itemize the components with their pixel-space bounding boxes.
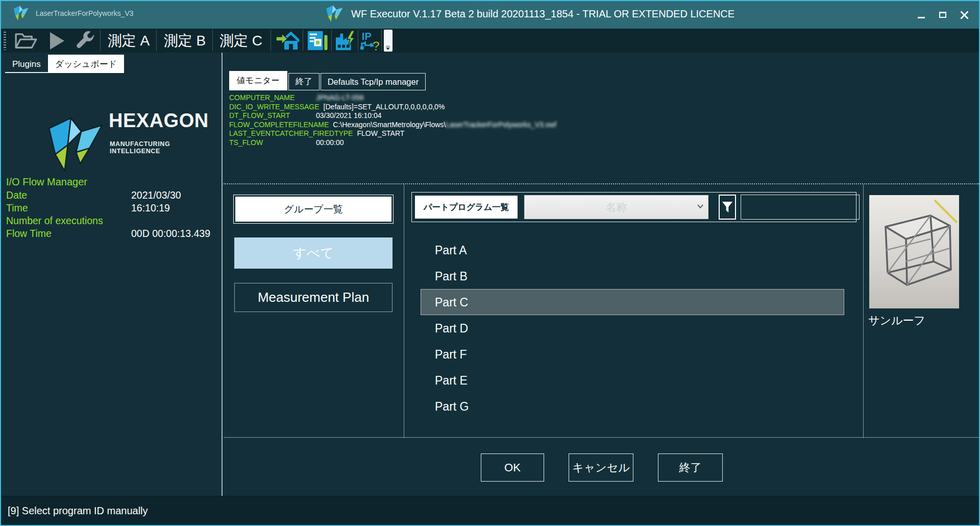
home-button[interactable] <box>275 29 300 53</box>
preview-column: サンルーフ <box>864 184 979 438</box>
part-program-list-button[interactable]: パートプログラム一覧 <box>415 196 518 219</box>
measure-b-button[interactable]: 測定 B <box>158 29 211 53</box>
main-area: 値モニター 終了 Defaults Tcp/Ip manager COMPUTE… <box>224 53 979 496</box>
flow-label: Time <box>6 202 131 215</box>
brand-tagline: MANUFACTURING INTELLIGENCE <box>110 140 222 155</box>
factory-bolt-icon <box>334 30 357 52</box>
kv-value-redacted: LaserTrackerForPolyworks_V3.xwf <box>446 121 556 130</box>
ip-question-icon: IP ? <box>360 30 382 52</box>
ok-button[interactable]: OK <box>481 453 544 482</box>
kv-value: 00:00:00 <box>316 138 344 148</box>
group-list-header-label: グループ一覧 <box>235 197 391 222</box>
home-icon <box>276 31 299 51</box>
tab-plugins[interactable]: Plugins <box>5 57 48 73</box>
play-icon <box>48 31 65 51</box>
sidebar-panel: Plugins ダッシュボード HEXAGON MANUFACTURING IN… <box>1 53 223 496</box>
svg-text:IP: IP <box>362 31 372 42</box>
machine-io-button[interactable] <box>334 29 357 53</box>
brand-name: HEXAGON <box>109 110 209 132</box>
toolbar-overflow-button[interactable] <box>384 30 393 52</box>
filter-funnel-icon <box>722 201 733 214</box>
flow-value: 00D 00:00:13.439 <box>131 228 210 241</box>
group-all-button[interactable]: すべて <box>234 237 393 269</box>
measure-a-button[interactable]: 測定 A <box>102 29 155 53</box>
flow-label: Date <box>6 189 131 202</box>
part-photo <box>869 195 959 308</box>
svg-text:?: ? <box>372 39 380 52</box>
kv-key: LAST_EVENTCATCHER_FIREDTYPE <box>229 129 357 138</box>
filter-button[interactable] <box>719 195 736 220</box>
part-photo-caption: サンルーフ <box>868 313 925 328</box>
minimize-icon <box>918 17 925 18</box>
list-item-part-a[interactable]: Part A <box>421 237 844 263</box>
kv-row: LAST_EVENTCATCHER_FIREDTYPE FLOW_START <box>229 129 556 138</box>
kv-value: 03/30/2021 16:10:04 <box>316 111 381 121</box>
main-toolbar: 測定 A 測定 B 測定 C <box>1 29 979 53</box>
tab-dashboard[interactable]: ダッシュボード <box>48 55 124 73</box>
list-item-part-c-selected[interactable]: Part C <box>421 289 844 315</box>
kv-key: DT_FLOW_START <box>229 111 316 121</box>
toolbar-grip[interactable] <box>4 32 6 50</box>
group-column: グループ一覧 すべて Measurement Plan <box>224 184 404 438</box>
status-message: [9] Select program ID manually <box>8 505 148 517</box>
title-bar: LaserTrackerForPolyworks_V3 WF Executor … <box>1 1 979 29</box>
document-caption: LaserTrackerForPolyworks_V3 <box>12 5 134 21</box>
tab-value-monitor[interactable]: 値モニター <box>229 71 287 90</box>
flow-label: Number of executions <box>6 215 131 228</box>
kv-key: TS_FLOW <box>229 138 316 148</box>
maximize-icon <box>939 12 946 18</box>
value-monitor-panel: 値モニター 終了 Defaults Tcp/Ip manager COMPUTE… <box>224 53 979 183</box>
kv-value: FLOW_START <box>357 129 404 138</box>
report-button[interactable] <box>306 29 329 53</box>
chevron-down-icon <box>386 47 390 50</box>
run-flow-button[interactable] <box>46 29 67 53</box>
kv-row: DIC_IO_WRITE_MESSAGE [Defaults]=SET_ALLO… <box>229 103 556 112</box>
ip-config-button[interactable]: IP ? <box>360 29 382 53</box>
settings-button[interactable] <box>71 29 98 53</box>
group-measurement-plan-button[interactable]: Measurement Plan <box>234 283 393 312</box>
window-controls <box>916 1 970 29</box>
group-list-header-button[interactable]: グループ一覧 <box>233 195 394 224</box>
document-title: LaserTrackerForPolyworks_V3 <box>36 9 134 17</box>
list-item-part-d[interactable]: Part D <box>421 315 844 341</box>
list-item-part-e[interactable]: Part E <box>421 367 844 393</box>
measure-c-button[interactable]: 測定 C <box>214 29 267 53</box>
list-item-part-b[interactable]: Part B <box>421 263 844 289</box>
filter-text-input[interactable] <box>741 195 860 220</box>
kv-value: C:\Hexagon\SmartMetrology\Flows\ <box>333 121 446 130</box>
tab-exit[interactable]: 終了 <box>288 73 320 90</box>
list-item-part-f[interactable]: Part F <box>421 341 844 367</box>
open-flow-button[interactable] <box>13 29 39 53</box>
exit-button[interactable]: 終了 <box>658 453 723 482</box>
chevron-down-icon <box>697 204 703 209</box>
program-select-panel: グループ一覧 すべて Measurement Plan パートプログラム一覧 名… <box>224 183 979 496</box>
sort-combobox[interactable]: 名称 <box>524 195 708 219</box>
sort-combobox-value: 名称 <box>606 200 627 214</box>
kv-key: DIC_IO_WRITE_MESSAGE <box>229 103 324 112</box>
flow-value: 2021/03/30 <box>131 189 181 202</box>
minimize-button[interactable] <box>916 9 927 20</box>
kv-key: FLOW_COMPLETEFILENAME <box>229 121 333 130</box>
overflow-bar-icon <box>386 46 390 47</box>
window-title: WF Executor V.1.17 Beta 2 build 20201113… <box>351 8 734 20</box>
flow-label: Flow Time <box>6 228 131 241</box>
kv-row: TS_FLOW 00:00:00 <box>229 138 556 148</box>
close-button[interactable] <box>959 9 970 20</box>
dialog-footer: OK キャンセル 終了 <box>224 437 979 496</box>
maximize-button[interactable] <box>937 9 948 20</box>
flow-value: 16:10:19 <box>131 202 170 215</box>
flow-row-time: Time 16:10:19 <box>6 202 210 215</box>
kv-value-redacted: JPNAG-LT-056 <box>316 93 364 103</box>
program-header-bar: パートプログラム一覧 名称 <box>411 192 856 222</box>
sidebar-tabs: Plugins ダッシュボード <box>5 55 124 73</box>
close-icon <box>961 11 968 19</box>
cancel-button[interactable]: キャンセル <box>569 453 633 482</box>
list-item-part-g[interactable]: Part G <box>421 393 844 419</box>
flow-row-flowtime: Flow Time 00D 00:00:13.439 <box>6 228 210 241</box>
kv-row: DT_FLOW_START 03/30/2021 16:10:04 <box>229 111 556 121</box>
wrench-icon <box>74 31 96 51</box>
tab-defaults-tcpip[interactable]: Defaults Tcp/Ip manager <box>321 73 426 90</box>
hexagon-logo-large <box>44 110 106 180</box>
flow-row-date: Date 2021/03/30 <box>6 189 210 202</box>
report-icon <box>307 30 328 52</box>
